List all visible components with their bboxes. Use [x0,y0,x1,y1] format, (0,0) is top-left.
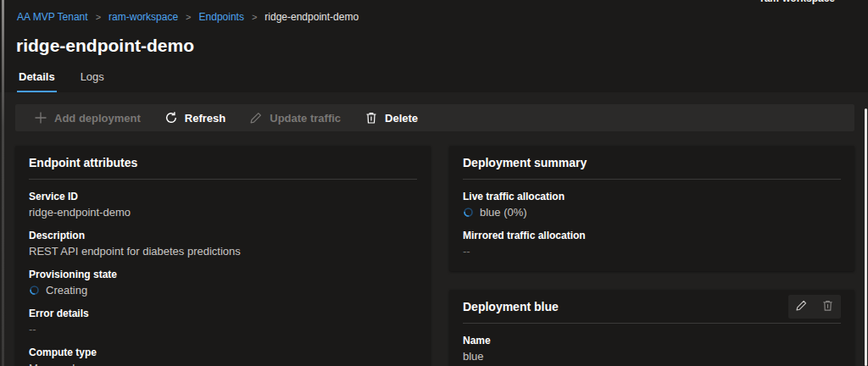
tab-details[interactable]: Details [17,70,57,92]
endpoint-attributes-card: Endpoint attributes Service ID ridge-end… [15,146,431,366]
field-value: -- [29,323,417,336]
page-header: AA MVP Tenant > ram-workspace > Endpoint… [0,0,868,92]
field-label: Compute type [29,347,417,358]
content-area: Add deployment Refresh Update traffic De… [0,92,868,366]
card-title: Endpoint attributes [29,156,137,169]
breadcrumb-item-current: ridge-endpoint-demo [264,11,359,23]
field-service-id: Service ID ridge-endpoint-demo [29,191,417,219]
breadcrumb-separator-icon: > [186,12,191,22]
field-label: Live traffic allocation [463,191,841,202]
field-value: blue [463,350,841,363]
field-error-details: Error details -- [29,308,417,336]
spinner-icon [29,285,40,296]
field-value: REST API endpoint for diabetes predictio… [29,245,417,258]
field-name: Name blue [463,335,841,363]
trash-icon [821,299,834,314]
breadcrumb-separator-icon: > [252,12,257,22]
field-label: Description [29,230,417,241]
refresh-button[interactable]: Refresh [153,104,237,131]
deployment-summary-card: Deployment summary Live traffic allocati… [449,146,854,271]
update-traffic-button[interactable]: Update traffic [237,104,353,131]
command-toolbar: Add deployment Refresh Update traffic De… [15,104,854,131]
field-label: Mirrored traffic allocation [463,230,841,241]
breadcrumb-item-tenant[interactable]: AA MVP Tenant [17,11,88,23]
field-description: Description REST API endpoint for diabet… [29,230,417,258]
breadcrumb-separator-icon: > [96,12,101,22]
tab-logs[interactable]: Logs [79,70,106,92]
add-deployment-button[interactable]: Add deployment [22,104,153,131]
workspace-label-text: ram-workspace [751,0,844,4]
right-column: Deployment summary Live traffic allocati… [449,146,854,366]
field-value: ridge-endpoint-demo [29,206,417,219]
update-traffic-label: Update traffic [270,112,341,125]
edit-deployment-button[interactable] [788,295,815,319]
status-text: blue (0%) [480,206,527,219]
card-header: Deployment summary [463,146,841,180]
pencil-icon [795,299,808,314]
delete-label: Delete [385,112,418,125]
deployment-actions [788,295,841,319]
window-edge-line [2,0,4,366]
field-label: Service ID [29,191,417,202]
field-live-traffic: Live traffic allocation blue (0%) [463,191,841,219]
deployment-blue-card: Deployment blue [449,290,854,366]
field-value: Managed [29,362,417,366]
field-provisioning-state: Provisioning state Creating [29,269,417,297]
status-value: Creating [29,284,417,297]
refresh-icon [164,111,178,125]
card-title: Deployment blue [463,300,559,313]
workspace-label-clipped: ram-workspace [751,0,844,5]
card-header: Deployment blue [463,290,841,324]
delete-button[interactable]: Delete [353,104,430,131]
field-label: Name [463,335,841,347]
status-text: Creating [46,284,87,297]
tab-bar: Details Logs [17,70,851,92]
spinner-icon [463,207,474,218]
card-header: Endpoint attributes [29,146,417,180]
refresh-label: Refresh [185,112,225,125]
pencil-icon [249,111,263,125]
vertical-scrollbar[interactable] [865,108,867,366]
cards-row: Endpoint attributes Service ID ridge-end… [15,146,854,366]
page-title: ridge-endpoint-demo [16,36,851,56]
field-compute-type: Compute type Managed [29,347,417,366]
plus-icon [34,111,47,125]
breadcrumb: AA MVP Tenant > ram-workspace > Endpoint… [17,11,851,23]
card-title: Deployment summary [463,156,587,169]
delete-deployment-button[interactable] [815,295,841,319]
field-label: Provisioning state [29,269,417,280]
add-deployment-label: Add deployment [54,112,141,125]
status-value: blue (0%) [463,206,841,219]
field-label: Error details [29,308,417,319]
breadcrumb-item-endpoints[interactable]: Endpoints [199,11,244,23]
field-value: -- [463,245,841,258]
field-mirrored-traffic: Mirrored traffic allocation -- [463,230,841,258]
breadcrumb-item-workspace[interactable]: ram-workspace [108,11,178,23]
trash-icon [364,111,378,125]
